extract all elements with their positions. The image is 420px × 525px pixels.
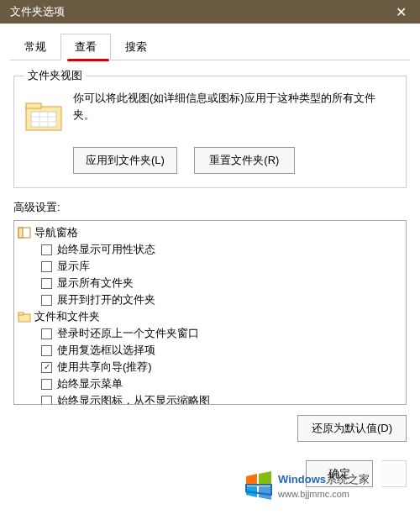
group-description: 你可以将此视图(如详细信息或图标)应用于这种类型的所有文件夹。 bbox=[73, 90, 396, 123]
tree-group-files-folders: 文件和文件夹 bbox=[18, 308, 402, 325]
checkbox[interactable] bbox=[41, 278, 52, 289]
checkbox[interactable] bbox=[41, 244, 52, 255]
list-item[interactable]: 显示库 bbox=[18, 258, 402, 275]
tree-group-label: 文件和文件夹 bbox=[34, 309, 100, 324]
svg-rect-1 bbox=[26, 103, 41, 108]
checkbox[interactable] bbox=[41, 362, 52, 373]
list-item[interactable]: 始终显示可用性状态 bbox=[18, 241, 402, 258]
svg-rect-10 bbox=[18, 312, 24, 315]
checkbox[interactable] bbox=[41, 328, 52, 339]
svg-marker-12 bbox=[259, 471, 271, 485]
svg-marker-11 bbox=[246, 474, 257, 485]
list-item-label: 始终显示图标，从不显示缩略图 bbox=[57, 393, 210, 405]
titlebar: 文件夹选项 ✕ bbox=[0, 0, 420, 24]
list-item[interactable]: 登录时还原上一个文件夹窗口 bbox=[18, 325, 402, 342]
checkbox[interactable] bbox=[41, 295, 52, 306]
tab-view[interactable]: 查看 bbox=[60, 34, 111, 60]
group-legend: 文件夹视图 bbox=[24, 68, 86, 83]
tab-search[interactable]: 搜索 bbox=[111, 34, 161, 60]
tab-general[interactable]: 常规 bbox=[10, 34, 60, 60]
list-item-label: 显示库 bbox=[57, 259, 90, 274]
checkbox[interactable] bbox=[41, 345, 52, 356]
list-item[interactable]: 显示所有文件夹 bbox=[18, 275, 402, 291]
partial-button bbox=[381, 460, 407, 487]
folder-view-group: 文件夹视图 你可以将此视图(如详细信息或图标)应用于这种类型的所有文件夹。 应用… bbox=[13, 76, 407, 188]
checkbox[interactable] bbox=[41, 261, 52, 272]
nav-pane-icon bbox=[18, 226, 31, 239]
restore-defaults-button[interactable]: 还原为默认值(D) bbox=[297, 415, 407, 442]
files-folders-icon bbox=[18, 310, 31, 323]
list-item-label: 登录时还原上一个文件夹窗口 bbox=[57, 326, 199, 341]
list-item-label: 展开到打开的文件夹 bbox=[57, 292, 155, 307]
list-item-label: 显示所有文件夹 bbox=[57, 276, 134, 291]
list-item[interactable]: 使用共享向导(推荐) bbox=[18, 359, 402, 375]
list-item[interactable]: 始终显示图标，从不显示缩略图 bbox=[18, 392, 402, 405]
list-item[interactable]: 使用复选框以选择项 bbox=[18, 342, 402, 359]
watermark: Windows系统之家 www.bjjmmc.com bbox=[244, 471, 370, 500]
advanced-label: 高级设置: bbox=[13, 200, 407, 215]
list-item[interactable]: 展开到打开的文件夹 bbox=[18, 291, 402, 308]
advanced-settings-list[interactable]: 导航窗格 始终显示可用性状态显示库显示所有文件夹展开到打开的文件夹 文件和文件夹… bbox=[13, 220, 407, 405]
list-item-label: 始终显示可用性状态 bbox=[57, 242, 155, 257]
watermark-text: Windows系统之家 www.bjjmmc.com bbox=[278, 472, 370, 500]
apply-to-folders-button[interactable]: 应用到文件夹(L) bbox=[73, 147, 177, 174]
close-icon[interactable]: ✕ bbox=[389, 4, 413, 20]
reset-folders-button[interactable]: 重置文件夹(R) bbox=[194, 147, 295, 174]
windows-logo-icon bbox=[244, 471, 273, 500]
tree-group-nav-pane: 导航窗格 bbox=[18, 224, 402, 241]
list-item[interactable]: 始终显示菜单 bbox=[18, 375, 402, 392]
svg-rect-8 bbox=[18, 228, 23, 238]
list-item-label: 始终显示菜单 bbox=[57, 376, 123, 391]
tree-group-label: 导航窗格 bbox=[34, 225, 78, 240]
dialog-body: 常规 查看 搜索 文件夹视图 你可以将此视图(如详细信息或图标)应用于这种类型的… bbox=[0, 24, 420, 497]
tab-strip: 常规 查看 搜索 bbox=[10, 34, 410, 60]
folder-icon bbox=[24, 97, 63, 135]
window-title: 文件夹选项 bbox=[10, 4, 65, 19]
checkbox[interactable] bbox=[41, 379, 52, 390]
checkbox[interactable] bbox=[41, 396, 52, 406]
list-item-label: 使用共享向导(推荐) bbox=[57, 360, 152, 375]
svg-rect-2 bbox=[31, 112, 56, 127]
list-item-label: 使用复选框以选择项 bbox=[57, 343, 155, 358]
annotation-underline bbox=[67, 59, 109, 61]
